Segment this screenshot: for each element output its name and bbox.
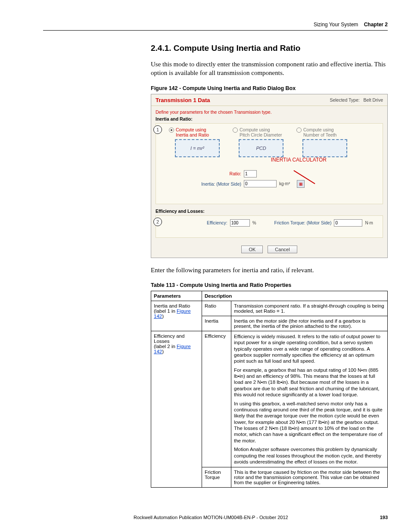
param-efficiency-losses: Efficiency and Losses (label 2 in Figure… (151, 331, 202, 488)
cancel-button[interactable]: Cancel (268, 246, 297, 253)
selected-type-label: Selected Type: (330, 97, 359, 103)
row-friction-desc: This is the torque caused by friction on… (231, 467, 388, 488)
friction-torque-input[interactable] (334, 219, 362, 227)
mode-inertia-thumb: I = mr² (175, 139, 220, 157)
radio-pcd[interactable] (233, 128, 238, 133)
properties-table: Parameters Description Inertia and Ratio… (151, 291, 388, 488)
section-inertia-label: Inertia and Ratio: (151, 115, 387, 123)
mode-teeth-label: Compute using Number of Teeth (303, 127, 336, 137)
efficiency-label: Efficiency: (207, 220, 227, 225)
selected-type-value: Belt Drive (363, 97, 383, 103)
callout-2: 2 (153, 218, 162, 226)
radio-teeth[interactable] (296, 128, 302, 133)
inertia-calc-annotation: INERTIA CALCULATOR (271, 157, 327, 163)
mode-inertia-ratio-label: Compute using Inertia and Ratio (176, 127, 209, 137)
row-inertia-desc: Inertia on the motor side (the rotor ine… (231, 316, 388, 331)
inertia-input[interactable] (244, 180, 277, 187)
row-ratio-name: Ratio (202, 301, 231, 316)
radio-inertia-ratio[interactable] (169, 128, 174, 133)
callout-1: 1 (153, 125, 162, 134)
param-inertia-ratio: Inertia and Ratio (label 1 in Figure 142… (151, 301, 202, 331)
row-efficiency-name: Efficiency (202, 331, 231, 467)
ok-button[interactable]: OK (241, 246, 263, 253)
ratio-label: Ratio: (194, 171, 241, 176)
post-figure-text: Enter the following parameters for inert… (151, 266, 388, 274)
header-rule (43, 30, 388, 31)
intro-paragraph: Use this mode to directly enter the tran… (151, 60, 388, 78)
section-efficiency-label: Efficiency and Losses: (151, 208, 387, 215)
inertia-unit: kg·m² (279, 181, 290, 186)
inertia-label: Inertia: (Motor Side) (194, 181, 241, 187)
friction-torque-unit: N·m (365, 221, 373, 225)
mode-teeth-thumb (302, 139, 347, 157)
row-friction-name: Friction Torque (202, 467, 231, 488)
col-description: Description (202, 291, 388, 301)
table-caption: Table 113 - Compute Using Inertia and Ra… (151, 282, 388, 288)
row-ratio-desc: Transmission component ratio. If a strai… (231, 301, 388, 316)
row-inertia-name: Inertia (202, 316, 231, 331)
header-section: Sizing Your System (314, 22, 358, 28)
header-chapter: Chapter 2 (364, 22, 388, 28)
efficiency-unit: % (252, 221, 256, 225)
footer-page-number: 193 (380, 515, 388, 520)
col-parameters: Parameters (151, 291, 202, 301)
dialog-title: Transmission 1 Data (156, 97, 210, 103)
mode-pcd-label: Compute using Pitch Circle Diameter (240, 127, 282, 137)
inertia-calculator-button[interactable]: ▦ (297, 180, 305, 188)
footer-publication: Rockwell Automation Publication MOTION-U… (134, 515, 288, 520)
ratio-input[interactable] (244, 170, 257, 177)
mode-pcd-thumb: PCD (239, 139, 283, 157)
dialog-box: Transmission 1 Data Selected Type: Belt … (151, 94, 388, 258)
section-heading: 2.4.1. Compute Using Inertia and Ratio (151, 44, 388, 53)
friction-torque-label: Friction Torque: (Motor Side) (274, 220, 332, 225)
efficiency-input[interactable] (230, 219, 250, 227)
row-efficiency-desc: Efficiency is widely misused. It refers … (231, 331, 388, 467)
figure-caption: Figure 142 - Compute Using Inertia and R… (151, 85, 388, 91)
dialog-instruction: Define your parameters for the chosen Tr… (151, 106, 387, 115)
